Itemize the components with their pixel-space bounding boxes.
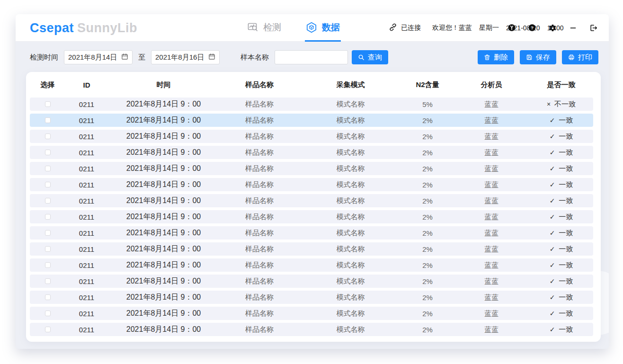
cell-collect-mode: 模式名称 <box>300 245 401 254</box>
cell-n2-content: 2% <box>401 149 454 157</box>
row-checkbox[interactable] <box>45 166 51 171</box>
table-row[interactable]: 0211 2021年8月14日 9：00 样品名称 模式名称 2% 蓝蓝 ✓ 一… <box>30 275 593 288</box>
match-mark-icon: × <box>547 100 551 108</box>
cell-id: 0211 <box>65 133 108 141</box>
logout-icon[interactable] <box>589 24 597 32</box>
date-from-input[interactable]: 2021年8月14日 <box>64 50 133 64</box>
cell-collect-mode: 模式名称 <box>300 213 401 222</box>
row-checkbox[interactable] <box>45 311 51 316</box>
cell-sample-name: 样品名称 <box>219 132 300 141</box>
tab-data[interactable]: 数据 <box>305 14 341 42</box>
date-from-value: 2021年8月14日 <box>68 53 121 62</box>
cell-collect-mode: 模式名称 <box>300 325 401 334</box>
table-row[interactable]: 0211 2021年8月14日 9：00 样品名称 模式名称 2% 蓝蓝 ✓ 一… <box>30 323 593 336</box>
cell-match: ✓ 一致 <box>529 148 593 157</box>
cell-id: 0211 <box>65 293 108 302</box>
table-row[interactable]: 0211 2021年8月14日 9：00 样品名称 模式名称 2% 蓝蓝 ✓ 一… <box>30 114 593 127</box>
table-row[interactable]: 0211 2021年8月14日 9：00 样品名称 模式名称 2% 蓝蓝 ✓ 一… <box>30 258 593 272</box>
cell-time: 2021年8月14日 9：00 <box>108 132 219 142</box>
match-label: 一致 <box>559 229 573 238</box>
app-window: Csepat SunnyLib 检测 <box>16 14 609 349</box>
date-to-input[interactable]: 2021年8月16日 <box>151 50 220 64</box>
table-row[interactable]: 0211 2021年8月14日 9：00 样品名称 模式名称 2% 蓝蓝 ✓ 一… <box>30 130 593 143</box>
tab-detection-label: 检测 <box>263 21 281 34</box>
match-label: 一致 <box>559 196 573 205</box>
link-icon <box>389 23 397 33</box>
row-checkbox[interactable] <box>45 262 51 268</box>
cell-analyst: 蓝蓝 <box>454 325 529 334</box>
sample-name-input[interactable] <box>275 50 348 64</box>
row-checkbox[interactable] <box>45 294 51 300</box>
settings-gear-icon[interactable] <box>549 24 557 32</box>
to-label: 至 <box>138 53 145 62</box>
match-label: 一致 <box>559 293 573 302</box>
row-checkbox[interactable] <box>45 198 51 204</box>
query-button[interactable]: 查询 <box>352 50 388 64</box>
match-label: 一致 <box>559 325 573 334</box>
table-row[interactable]: 0211 2021年8月14日 9：00 样品名称 模式名称 2% 蓝蓝 ✓ 一… <box>30 210 593 223</box>
match-label: 一致 <box>559 245 573 254</box>
row-checkbox[interactable] <box>45 278 51 284</box>
cell-match: ✓ 一致 <box>529 213 593 222</box>
table-row[interactable]: 0211 2021年8月14日 9：00 样品名称 模式名称 5% 蓝蓝 × 不… <box>30 98 593 111</box>
cell-collect-mode: 模式名称 <box>300 100 401 109</box>
svg-text:?: ? <box>531 26 534 30</box>
delete-button[interactable]: 删除 <box>478 50 514 64</box>
cell-analyst: 蓝蓝 <box>454 164 529 173</box>
row-checkbox[interactable] <box>45 246 51 252</box>
minimize-icon[interactable] <box>570 24 577 31</box>
cell-id: 0211 <box>65 181 108 189</box>
row-checkbox[interactable] <box>45 230 51 236</box>
query-button-label: 查询 <box>368 53 382 62</box>
cell-analyst: 蓝蓝 <box>454 148 529 157</box>
cell-n2-content: 2% <box>401 310 454 318</box>
table-row[interactable]: 0211 2021年8月14日 9：00 样品名称 模式名称 2% 蓝蓝 ✓ 一… <box>30 291 593 304</box>
cell-time: 2021年8月14日 9：00 <box>108 309 219 319</box>
search-icon <box>358 54 365 61</box>
row-checkbox[interactable] <box>45 327 51 332</box>
cell-collect-mode: 模式名称 <box>300 309 401 318</box>
row-checkbox[interactable] <box>45 150 51 155</box>
match-label: 一致 <box>559 180 573 189</box>
table-row[interactable]: 0211 2021年8月14日 9：00 样品名称 模式名称 2% 蓝蓝 ✓ 一… <box>30 194 593 207</box>
cell-match: ✓ 一致 <box>529 261 593 270</box>
match-mark-icon: ✓ <box>550 229 555 237</box>
row-checkbox[interactable] <box>45 182 51 187</box>
match-mark-icon: ✓ <box>550 245 555 253</box>
row-checkbox[interactable] <box>45 101 51 107</box>
match-mark-icon: ✓ <box>550 261 555 269</box>
column-header: 时间 <box>108 80 219 89</box>
cell-collect-mode: 模式名称 <box>300 277 401 286</box>
cell-match: ✓ 一致 <box>529 164 593 173</box>
table-row[interactable]: 0211 2021年8月14日 9：00 样品名称 模式名称 2% 蓝蓝 ✓ 一… <box>30 146 593 159</box>
row-checkbox[interactable] <box>45 133 51 139</box>
column-header: ID <box>65 81 108 89</box>
table-row[interactable]: 0211 2021年8月14日 9：00 样品名称 模式名称 2% 蓝蓝 ✓ 一… <box>30 162 593 175</box>
column-header: 是否一致 <box>529 80 593 89</box>
data-table-card: 选择ID时间样品名称采集模式N2含量分析员是否一致 0211 2021年8月14… <box>26 72 601 342</box>
tools-circle-icon[interactable] <box>508 24 516 32</box>
cell-n2-content: 2% <box>401 213 454 221</box>
help-circle-icon[interactable]: ? <box>528 24 536 32</box>
cell-sample-name: 样品名称 <box>219 277 300 286</box>
row-checkbox[interactable] <box>45 214 51 220</box>
system-icons: ? <box>508 24 597 32</box>
cell-time: 2021年8月14日 9：00 <box>108 115 219 125</box>
save-button[interactable]: 保存 <box>520 50 556 64</box>
cell-time: 2021年8月14日 9：00 <box>108 276 219 286</box>
table-row[interactable]: 0211 2021年8月14日 9：00 样品名称 模式名称 2% 蓝蓝 ✓ 一… <box>30 307 593 320</box>
cell-sample-name: 样品名称 <box>219 116 300 125</box>
table-row[interactable]: 0211 2021年8月14日 9：00 样品名称 模式名称 2% 蓝蓝 ✓ 一… <box>30 226 593 240</box>
row-checkbox[interactable] <box>45 117 51 123</box>
table-row[interactable]: 0211 2021年8月14日 9：00 样品名称 模式名称 2% 蓝蓝 ✓ 一… <box>30 242 593 256</box>
match-label: 一致 <box>559 309 573 318</box>
tab-detection[interactable]: 检测 <box>246 14 282 42</box>
cell-n2-content: 2% <box>401 261 454 269</box>
main-nav: 检测 数据 <box>246 14 341 42</box>
printer-icon <box>568 54 575 61</box>
logo-primary-text: Csepat <box>30 20 74 35</box>
cell-time: 2021年8月14日 9：00 <box>108 228 219 238</box>
table-row[interactable]: 0211 2021年8月14日 9：00 样品名称 模式名称 2% 蓝蓝 ✓ 一… <box>30 178 593 191</box>
print-button[interactable]: 打印 <box>562 50 598 64</box>
match-label: 一致 <box>559 164 573 173</box>
